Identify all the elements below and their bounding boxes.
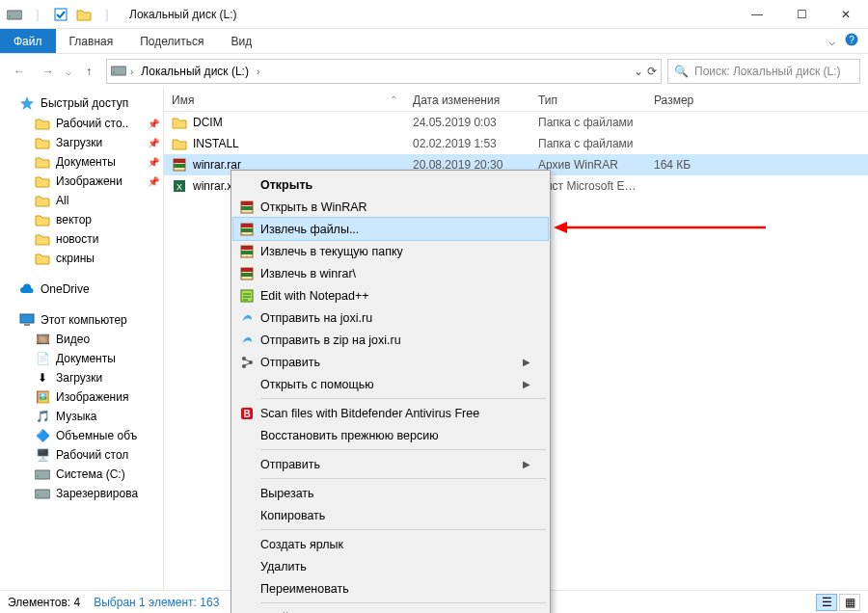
svg-rect-23: [241, 228, 253, 232]
context-menu-item[interactable]: Открыть с помощью▶: [233, 373, 548, 395]
menu-item-label: Отправить на joxi.ru: [260, 311, 530, 325]
view-large-button[interactable]: ▦: [839, 594, 860, 611]
quick-item[interactable]: Документы📌: [0, 152, 163, 172]
sidebar-item-label: Система (C:): [56, 467, 125, 481]
breadcrumb-path[interactable]: Локальный диск (L:): [137, 63, 253, 80]
context-menu-item[interactable]: Удалить: [233, 555, 548, 577]
svg-rect-15: [174, 164, 185, 168]
context-menu-item[interactable]: Извлечь файлы...: [233, 218, 548, 240]
context-menu-item[interactable]: Вырезать: [233, 482, 548, 504]
help-icon[interactable]: ?: [845, 33, 858, 49]
context-menu-item[interactable]: Восстановить прежнюю версию: [233, 424, 548, 446]
menu-item-icon: [237, 265, 257, 282]
col-size[interactable]: Размер: [646, 89, 868, 111]
pc-item[interactable]: 🖼️Изображения: [0, 387, 163, 407]
qat-checkbox-icon[interactable]: [52, 6, 69, 23]
column-headers[interactable]: Имя⌃ Дата изменения Тип Размер: [164, 89, 868, 112]
tab-share[interactable]: Поделиться: [126, 29, 217, 53]
back-button[interactable]: ←: [8, 60, 31, 83]
context-menu[interactable]: ОткрытьОткрыть в WinRARИзвлечь файлы...И…: [231, 170, 551, 613]
svg-rect-6: [113, 71, 115, 73]
col-type[interactable]: Тип: [530, 89, 646, 111]
pc-item[interactable]: 🖥️Рабочий стол: [0, 445, 163, 465]
sidebar-item-label: Музыка: [56, 410, 96, 423]
col-date[interactable]: Дата изменения: [405, 89, 530, 111]
tab-view[interactable]: Вид: [217, 29, 265, 53]
menu-separator: [260, 398, 546, 399]
onedrive[interactable]: OneDrive: [0, 280, 163, 299]
pin-icon: 📌: [148, 119, 159, 129]
quick-item[interactable]: Загрузки📌: [0, 133, 163, 152]
tab-home[interactable]: Главная: [56, 29, 127, 53]
context-menu-item[interactable]: Извлечь в winrar\: [233, 262, 548, 284]
context-menu-item[interactable]: BScan files with Bitdefender Antivirus F…: [233, 402, 548, 424]
address-bar: ← → ⌵ ↑ › Локальный диск (L:) › ⌄ ⟳ 🔍 По…: [0, 54, 868, 89]
menu-item-icon: B: [237, 405, 257, 422]
quick-item[interactable]: Изображени📌: [0, 172, 163, 191]
context-menu-item[interactable]: Отправить на joxi.ru: [233, 306, 548, 329]
menu-item-icon: [237, 287, 257, 305]
maximize-button[interactable]: ☐: [779, 0, 824, 29]
context-menu-item[interactable]: Отправить в zip на joxi.ru: [233, 329, 548, 351]
pc-item[interactable]: 🔷Объемные объ: [0, 426, 163, 445]
sidebar-item-label: Объемные объ: [56, 429, 137, 442]
context-menu-item[interactable]: Копировать: [233, 504, 548, 526]
file-row[interactable]: INSTALL02.02.2019 1:53Папка с файлами: [164, 133, 868, 154]
history-dropdown[interactable]: ⌵: [66, 67, 71, 77]
menu-item-icon: [237, 176, 257, 194]
sidebar-item-label: Загрузки: [56, 371, 102, 385]
pc-item[interactable]: 📄Документы: [0, 349, 163, 368]
search-box[interactable]: 🔍 Поиск: Локальный диск (L:): [667, 59, 860, 84]
menu-item-label: Отправить в zip на joxi.ru: [260, 333, 530, 347]
quick-access[interactable]: Быстрый доступ: [0, 93, 163, 114]
context-menu-item[interactable]: Отправить▶: [233, 351, 548, 373]
sidebar-item-label: новости: [56, 232, 98, 246]
context-menu-item[interactable]: Переименовать: [233, 577, 548, 600]
context-menu-item[interactable]: Edit with Notepad++: [233, 284, 548, 306]
breadcrumb[interactable]: › Локальный диск (L:) › ⌄ ⟳: [106, 59, 662, 84]
context-menu-item[interactable]: Создать ярлык: [233, 533, 548, 555]
context-menu-item[interactable]: Открыть: [233, 173, 548, 196]
menu-separator: [260, 478, 546, 479]
status-selection: Выбран 1 элемент: 163: [94, 596, 219, 609]
pc-item[interactable]: 🎞️Видео: [0, 330, 163, 349]
menu-item-icon: [237, 427, 257, 444]
sidebar-item-label: All: [56, 194, 68, 207]
sidebar-item-label: вектор: [56, 213, 92, 227]
breadcrumb-dropdown-icon[interactable]: ⌄: [634, 65, 643, 78]
qat-folder-icon[interactable]: [75, 6, 93, 23]
col-name[interactable]: Имя: [172, 93, 194, 107]
menu-item-icon: [237, 609, 257, 614]
context-menu-item[interactable]: Открыть в WinRAR: [233, 196, 548, 218]
refresh-icon[interactable]: ⟳: [647, 65, 657, 78]
menu-item-label: Вырезать: [260, 487, 530, 500]
onedrive-label: OneDrive: [41, 282, 90, 296]
pc-item[interactable]: ⬇Загрузки: [0, 368, 163, 387]
menu-item-label: Переименовать: [260, 582, 530, 596]
quick-item[interactable]: Рабочий сто..📌: [0, 114, 163, 133]
context-menu-item[interactable]: Отправить▶: [233, 453, 548, 475]
view-details-button[interactable]: ☰: [816, 594, 837, 611]
forward-button[interactable]: →: [37, 60, 60, 83]
this-pc[interactable]: Этот компьютер: [0, 310, 163, 330]
menu-item-label: Открыть: [260, 178, 530, 192]
quick-item[interactable]: вектор: [0, 210, 163, 229]
context-menu-item[interactable]: Свойства: [233, 606, 548, 613]
minimize-button[interactable]: —: [735, 0, 779, 29]
file-tab[interactable]: Файл: [0, 29, 56, 53]
sidebar-item-label: Изображения: [56, 390, 128, 404]
svg-rect-25: [241, 246, 253, 250]
close-button[interactable]: ✕: [824, 0, 868, 29]
pc-item[interactable]: Система (C:): [0, 465, 163, 484]
quick-item[interactable]: All: [0, 191, 163, 210]
ribbon-expand-icon[interactable]: ⌵: [828, 35, 835, 48]
file-row[interactable]: DCIM24.05.2019 0:03Папка с файлами: [164, 112, 868, 133]
quick-item[interactable]: новости: [0, 229, 163, 249]
up-button[interactable]: ↑: [77, 60, 100, 83]
menu-item-icon: [237, 243, 257, 260]
quick-item[interactable]: скрины: [0, 249, 163, 268]
context-menu-item[interactable]: Извлечь в текущую папку: [233, 240, 548, 262]
navigation-pane[interactable]: Быстрый доступ Рабочий сто..📌Загрузки📌До…: [0, 89, 164, 590]
pc-item[interactable]: 🎵Музыка: [0, 407, 163, 426]
pc-item[interactable]: Зарезервирова: [0, 484, 163, 503]
